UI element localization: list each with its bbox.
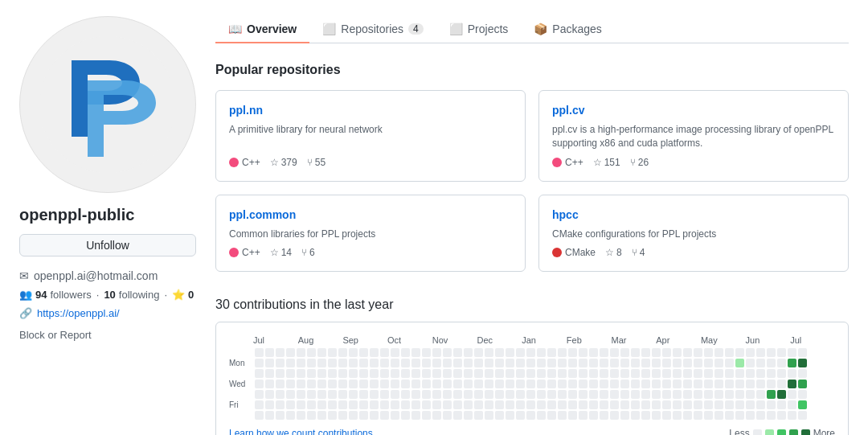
fork-icon: ⑂ bbox=[630, 157, 636, 168]
contrib-cell bbox=[641, 400, 650, 409]
unfollow-button[interactable]: Unfollow bbox=[19, 234, 196, 256]
week-column bbox=[558, 348, 567, 420]
contrib-cell bbox=[432, 348, 441, 357]
contrib-cell bbox=[579, 411, 588, 420]
contrib-cell bbox=[453, 348, 462, 357]
website-link[interactable]: 🔗 https://openppl.ai/ bbox=[19, 307, 196, 319]
contrib-cell bbox=[485, 390, 493, 399]
tab-overview[interactable]: 📖 Overview bbox=[215, 16, 309, 43]
contrib-cell bbox=[265, 369, 274, 378]
contrib-cell bbox=[631, 369, 640, 378]
lang-name: C++ bbox=[242, 247, 260, 258]
contrib-cell bbox=[380, 369, 389, 378]
lang-name: CMake bbox=[565, 247, 596, 258]
repo-name[interactable]: ppl.cv bbox=[552, 104, 835, 117]
contrib-cell bbox=[359, 359, 368, 367]
grid-rows: MonWedFri bbox=[229, 348, 835, 420]
contrib-cell bbox=[391, 380, 399, 388]
contrib-cell bbox=[411, 390, 420, 399]
repo-name[interactable]: hpcc bbox=[552, 208, 835, 221]
repositories-badge: 4 bbox=[408, 23, 424, 35]
main-content: 📖 Overview ⬜ Repositories 4 ⬜ Projects 📦… bbox=[215, 16, 849, 435]
contrib-cell bbox=[673, 369, 682, 378]
repo-name[interactable]: ppl.nn bbox=[229, 104, 512, 117]
contrib-cell bbox=[516, 359, 525, 367]
repo-language: C++ bbox=[229, 247, 260, 258]
contrib-cell bbox=[568, 400, 577, 409]
contrib-cell bbox=[620, 411, 629, 420]
fork-icon: ⑂ bbox=[301, 247, 307, 258]
legend-cell-1 bbox=[765, 429, 774, 435]
month-labels: JulAugSepOctNovDecJanFebMarAprMayJunJul bbox=[253, 335, 835, 345]
week-column bbox=[474, 348, 483, 420]
contrib-cell bbox=[725, 390, 734, 399]
contrib-cell bbox=[526, 380, 535, 388]
contrib-cell bbox=[756, 390, 765, 399]
contrib-cell bbox=[328, 390, 337, 399]
contrib-cell bbox=[286, 348, 295, 357]
contrib-cell bbox=[391, 411, 399, 420]
week-column bbox=[307, 348, 316, 420]
contrib-cell bbox=[370, 369, 379, 378]
contrib-cell bbox=[516, 411, 525, 420]
contrib-cell bbox=[276, 411, 285, 420]
contrib-cell bbox=[401, 359, 410, 367]
contrib-cell bbox=[777, 348, 786, 357]
contrib-cell bbox=[359, 411, 368, 420]
contrib-cell bbox=[255, 390, 264, 399]
contrib-cell bbox=[714, 380, 723, 388]
repo-card: ppl.cv ppl.cv is a high-performance imag… bbox=[538, 90, 849, 182]
contrib-cell bbox=[558, 400, 567, 409]
tab-packages[interactable]: 📦 Packages bbox=[521, 16, 614, 43]
learn-link[interactable]: Learn how we count contributions bbox=[229, 428, 373, 435]
week-column bbox=[652, 348, 661, 420]
contrib-cell bbox=[683, 348, 692, 357]
contrib-cell bbox=[495, 380, 504, 388]
contrib-cell bbox=[579, 369, 588, 378]
contrib-cell bbox=[255, 411, 264, 420]
contrib-cell bbox=[788, 390, 796, 399]
contrib-cell bbox=[297, 348, 305, 357]
contrib-cell bbox=[380, 359, 389, 367]
contrib-cell bbox=[401, 390, 410, 399]
contrib-cell bbox=[694, 400, 702, 409]
contrib-cell bbox=[380, 380, 389, 388]
tab-repositories[interactable]: ⬜ Repositories 4 bbox=[309, 16, 436, 43]
contrib-cell bbox=[370, 400, 379, 409]
repo-forks: ⑂ 6 bbox=[301, 247, 315, 258]
contrib-cell bbox=[777, 380, 786, 388]
contrib-cell bbox=[265, 411, 274, 420]
repo-card: hpcc CMake configurations for PPL projec… bbox=[538, 195, 849, 273]
contrib-cell bbox=[746, 400, 755, 409]
tab-packages-label: Packages bbox=[552, 23, 601, 35]
contrib-cell bbox=[620, 400, 629, 409]
contrib-cell bbox=[788, 411, 796, 420]
contrib-cell bbox=[328, 380, 337, 388]
stars-count: 151 bbox=[604, 157, 620, 168]
package-icon: 📦 bbox=[534, 23, 547, 35]
contrib-cell bbox=[328, 411, 337, 420]
month-label: Oct bbox=[387, 335, 432, 345]
contrib-cell bbox=[631, 400, 640, 409]
contrib-cell bbox=[589, 380, 598, 388]
contrib-cell bbox=[537, 348, 546, 357]
contrib-cell bbox=[422, 380, 431, 388]
contrib-cell bbox=[777, 411, 786, 420]
week-column bbox=[317, 348, 326, 420]
contrib-cell bbox=[432, 411, 441, 420]
contrib-cell bbox=[673, 390, 682, 399]
week-column bbox=[579, 348, 588, 420]
forks-count: 55 bbox=[315, 157, 326, 168]
contrib-cell bbox=[725, 359, 734, 367]
contrib-cell bbox=[746, 390, 755, 399]
block-report-link[interactable]: Block or Report bbox=[19, 329, 196, 341]
repo-name[interactable]: ppl.common bbox=[229, 208, 512, 221]
contrib-cell bbox=[600, 359, 608, 367]
popular-repos-title: Popular repositories bbox=[215, 63, 849, 77]
contrib-cell bbox=[767, 348, 776, 357]
repo-language: C++ bbox=[229, 157, 260, 168]
week-column bbox=[276, 348, 285, 420]
contrib-cell bbox=[422, 359, 431, 367]
tab-projects[interactable]: ⬜ Projects bbox=[436, 16, 522, 43]
contrib-cell bbox=[600, 369, 608, 378]
